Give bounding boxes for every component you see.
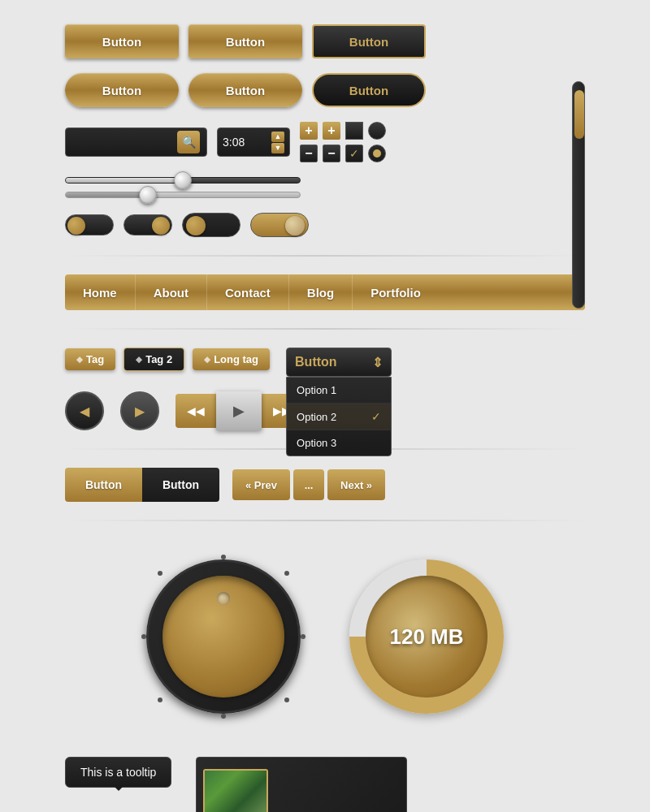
dropdown-option-1[interactable]: Option 1 [287, 378, 391, 404]
tooltip-section: This is a tooltip [65, 757, 585, 812]
checkbox[interactable]: ✓ [345, 145, 363, 162]
knob-dot-top [221, 555, 226, 559]
thumbnail-landscape [205, 771, 266, 812]
tooltip: This is a tooltip [65, 757, 171, 788]
tag-1[interactable]: Tag [65, 348, 115, 370]
nav-item-portfolio[interactable]: Portfolio [353, 274, 439, 310]
toggle-large-2[interactable] [250, 213, 309, 237]
progress-circle: 120 MB [345, 555, 508, 718]
plus-row: + + [300, 122, 386, 140]
slider-1[interactable] [65, 177, 301, 184]
time-down[interactable]: ▼ [271, 143, 284, 153]
knob-inner[interactable] [162, 576, 284, 698]
nav-item-contact[interactable]: Contact [207, 274, 289, 310]
nav-bar: Home About Contact Blog Portfolio [65, 274, 585, 310]
prev-page-btn[interactable]: « Prev [232, 469, 290, 500]
button-row-2: Button Button Button [65, 73, 585, 107]
time-up[interactable]: ▲ [271, 132, 284, 142]
divider-4 [65, 520, 585, 521]
media-prev-btn[interactable]: ◀ [65, 391, 104, 430]
thumbnail-image [203, 769, 268, 812]
scrollbar[interactable] [572, 81, 585, 309]
knob-container[interactable] [142, 555, 305, 718]
toggle-row [65, 213, 585, 237]
controls-row: 🔍 3:08 ▲ ▼ + + − − ✓ [65, 122, 585, 162]
bottom-btns-row: Button Button « Prev ... Next » [65, 468, 585, 502]
button-row-1: Button Button Button [65, 24, 585, 58]
slider-2-fill [66, 192, 148, 197]
button-gold-rect-1[interactable]: Button [65, 24, 179, 58]
progress-circle-bg: 120 MB [349, 559, 504, 714]
slider-1-thumb[interactable] [174, 171, 192, 189]
button-dark-rect[interactable]: Button [312, 24, 426, 58]
progress-value: 120 MB [389, 624, 463, 650]
slider-2[interactable] [65, 192, 301, 198]
radio[interactable] [368, 145, 386, 162]
minus-row: − − ✓ [300, 145, 386, 162]
time-value: 3:08 [223, 136, 245, 149]
circle-dark[interactable] [368, 122, 386, 140]
button-dark-rounded[interactable]: Button [312, 73, 426, 107]
media-play-btn-round[interactable]: ▶ [120, 391, 159, 430]
toggle-1-knob [67, 217, 85, 235]
next-page-btn[interactable]: Next » [327, 469, 385, 500]
small-controls: + + − − ✓ [300, 122, 386, 162]
knob-dot-br [284, 698, 289, 702]
plus-btn-gold[interactable]: + [300, 122, 318, 140]
search-bar[interactable]: 🔍 [65, 127, 207, 157]
dropdown[interactable]: Button ⇕ Option 1 Option 2 ✓ Option 3 [286, 348, 392, 377]
toggle-large-2-knob [285, 216, 305, 235]
split-button: Button Button [65, 468, 219, 502]
button-gold-rounded-1[interactable]: Button [65, 73, 179, 107]
tag-2[interactable]: Tag 2 [124, 348, 184, 371]
nav-item-blog[interactable]: Blog [289, 274, 353, 310]
check-icon: ✓ [371, 410, 381, 423]
split-btn-right[interactable]: Button [142, 468, 219, 502]
knob-dot-bottom [221, 714, 226, 719]
button-gold-rect-2[interactable]: Button [188, 24, 302, 58]
time-control[interactable]: 3:08 ▲ ▼ [217, 127, 290, 157]
toggle-2[interactable] [124, 214, 172, 235]
minus-btn-dark-2[interactable]: − [323, 145, 340, 162]
knob-dot-right [301, 634, 306, 639]
square-dark[interactable] [345, 122, 363, 140]
dropdown-arrow-icon: ⇕ [372, 355, 383, 370]
search-icon[interactable]: 🔍 [177, 131, 200, 153]
toggle-1[interactable] [65, 214, 114, 235]
media-rewind-btn[interactable]: ◀◀ [176, 394, 216, 428]
knob-dot-bl [158, 698, 162, 702]
dropdown-option-2[interactable]: Option 2 ✓ [287, 404, 391, 430]
thumbnail-container [196, 757, 407, 812]
knob-section: 120 MB [65, 539, 585, 734]
page-dots[interactable]: ... [293, 469, 324, 500]
knob-indicator [217, 592, 230, 605]
sliders-section [65, 177, 585, 198]
plus-btn-gold-2[interactable]: + [323, 122, 340, 140]
knob-dot-tl [158, 571, 162, 576]
nav-item-about[interactable]: About [136, 274, 207, 310]
toggle-2-knob [152, 217, 170, 235]
scrollbar-thumb[interactable] [574, 90, 584, 139]
progress-circle-inner: 120 MB [366, 576, 488, 698]
tag-3[interactable]: Long tag [193, 348, 270, 370]
pagination: « Prev ... Next » [232, 469, 385, 500]
toggle-large-1-knob [186, 216, 206, 235]
dropdown-menu: Option 1 Option 2 ✓ Option 3 [286, 377, 392, 456]
knob-dot-left [141, 634, 146, 639]
divider-2 [65, 328, 585, 330]
slider-1-fill [66, 178, 183, 183]
tags-row: Tag Tag 2 Long tag [65, 348, 270, 371]
minus-btn-dark-1[interactable]: − [300, 145, 318, 162]
divider-1 [65, 255, 585, 257]
toggle-large-1[interactable] [182, 213, 240, 237]
dropdown-button[interactable]: Button ⇕ [286, 348, 392, 377]
radio-inner [373, 149, 381, 158]
slider-2-thumb[interactable] [139, 186, 157, 204]
split-btn-left[interactable]: Button [65, 468, 142, 502]
time-arrows: ▲ ▼ [271, 132, 284, 153]
button-gold-rounded-2[interactable]: Button [188, 73, 302, 107]
tags-and-dropdown: Tag Tag 2 Long tag Button ⇕ Option 1 Opt… [65, 348, 585, 377]
media-play-center[interactable]: ▶ [216, 391, 262, 430]
nav-item-home[interactable]: Home [65, 274, 136, 310]
dropdown-option-3[interactable]: Option 3 [287, 430, 391, 456]
